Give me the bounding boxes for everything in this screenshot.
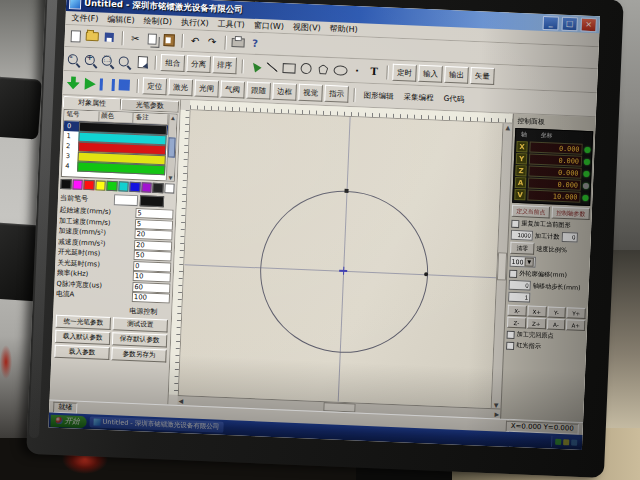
line-tool-icon[interactable] [264,60,280,75]
zoom-in-icon[interactable]: + [84,52,100,67]
offset-field[interactable] [509,280,531,291]
rectangle-tool-icon[interactable] [281,61,297,76]
jog-a-minus-button[interactable]: A- [546,318,565,330]
axis-params-button[interactable]: 控制轴参数 [552,206,590,220]
jog-a-plus-button[interactable]: A+ [566,319,585,331]
count-field[interactable] [561,232,577,243]
indicate-button[interactable]: 指示 [324,85,349,103]
sort-button[interactable]: 排序 [212,56,237,74]
close-button[interactable]: × [580,17,597,32]
circle-tool-icon[interactable] [298,61,314,76]
start-marking-icon[interactable] [83,76,99,91]
tab-graphics-edit[interactable]: 图形编辑 [359,87,398,104]
menu-execute[interactable]: 执行(X) [181,17,209,29]
jog-y-minus-button[interactable]: Y- [547,306,566,318]
download-icon[interactable] [66,76,82,91]
input-button[interactable]: 输入 [418,65,443,83]
stop-icon[interactable] [116,78,132,93]
scroll-down-icon[interactable]: ▼ [168,174,172,180]
scroll-left-icon[interactable]: ◀ [178,397,183,404]
vector-button[interactable]: 矢量 [470,67,495,85]
tray-icon[interactable] [555,438,561,444]
jog-z-plus-button[interactable]: Z+ [527,318,546,330]
minimize-button[interactable]: _ [542,15,559,30]
jog-x-plus-button[interactable]: X+ [527,306,546,318]
scroll-up-icon[interactable]: ▲ [505,123,510,130]
air-valve-button[interactable]: 气阀 [220,81,245,99]
ellipse-tool-icon[interactable] [332,63,348,78]
palette-color[interactable] [152,183,163,193]
tab-gcode[interactable]: G代码 [439,91,468,107]
redlight-checkbox[interactable] [506,341,514,349]
drawing-canvas[interactable] [179,110,503,408]
circle-node-top[interactable] [345,189,349,193]
output-button[interactable]: 输出 [444,66,469,84]
menu-draw[interactable]: 绘制(D) [143,15,172,27]
jog-x-minus-button[interactable]: X- [507,305,526,317]
point-tool-icon[interactable]: · [349,63,365,78]
palette-color[interactable] [60,179,71,189]
cut-icon[interactable]: ✂ [127,31,143,46]
unify-pen-params-button[interactable]: 统一光笔参数 [56,314,111,329]
scroll-thumb[interactable] [168,137,176,157]
text-tool-icon[interactable]: T [366,64,382,79]
zoom-out-icon[interactable]: - [67,52,83,67]
tab-object-properties[interactable]: 对象属性 [63,96,121,110]
repeat-checkbox[interactable] [511,219,519,227]
pan-view-icon[interactable] [134,54,150,69]
zoom-all-icon[interactable] [117,54,133,69]
new-file-icon[interactable] [67,29,83,44]
offset-checkbox[interactable] [509,269,517,277]
load-default-params-button[interactable]: 载入默认参数 [55,329,110,344]
laser-button[interactable]: 激光 [168,78,193,96]
open-file-icon[interactable] [84,29,100,44]
menu-tools[interactable]: 工具(T) [217,18,245,30]
step-field[interactable] [508,292,530,303]
palette-color[interactable] [106,181,117,191]
help-icon[interactable]: ? [247,36,263,51]
test-settings-button[interactable]: 测试设置 [113,317,168,332]
follow-button[interactable]: 跟随 [246,82,271,100]
menu-help[interactable]: 帮助(H) [329,23,358,35]
jog-z-minus-button[interactable]: Z- [507,317,526,329]
vision-button[interactable]: 视觉 [298,84,323,102]
palette-color[interactable] [129,182,140,192]
shutter-button[interactable]: 光闸 [194,79,219,97]
tray-icon[interactable] [563,439,569,445]
undo-icon[interactable]: ↶ [187,34,203,49]
paste-icon[interactable] [161,33,177,48]
redo-icon[interactable]: ↷ [204,34,220,49]
tab-capture-program[interactable]: 采集编程 [399,89,438,106]
pause-icon[interactable] [99,77,115,92]
print-icon[interactable] [230,35,246,50]
palette-color[interactable] [95,180,106,190]
set-current-point-button[interactable]: 定义当前点 [512,205,550,219]
pen-table-scrollbar[interactable]: ▲ ▼ [166,114,177,180]
border-button[interactable]: 边框 [272,83,297,101]
current-pen-field[interactable] [114,194,138,206]
load-params-button[interactable]: 载入参数 [54,344,109,359]
start-button[interactable]: 开始 [50,414,86,427]
zoom-fit-icon[interactable]: ⬚ [101,53,117,68]
palette-color[interactable] [83,180,94,190]
save-file-icon[interactable] [101,30,117,45]
ungroup-button[interactable]: 分离 [186,55,211,73]
palette-color[interactable] [164,183,175,193]
copy-icon[interactable] [144,32,160,47]
maximize-button[interactable]: □ [561,16,578,31]
select-tool-icon[interactable] [247,59,263,74]
position-button[interactable]: 定位 [142,77,167,95]
taskbar-task-item[interactable]: Untitled - 深圳市铭镭激光设备有限公司 [89,416,223,433]
timing-button[interactable]: 定时 [392,64,417,82]
scroll-up-icon[interactable]: ▲ [171,114,175,120]
repeat-count-field[interactable] [511,230,533,241]
speed-ratio-select[interactable]: 100 ▼ [509,256,535,268]
clear-count-button[interactable]: 清零 [510,242,534,255]
param-input-current[interactable] [132,292,170,304]
palette-color[interactable] [72,179,83,189]
menu-file[interactable]: 文件(F) [71,12,98,24]
menu-view[interactable]: 视图(V) [293,21,321,33]
save-default-params-button[interactable]: 保存默认参数 [112,332,167,347]
tab-pen-parameters[interactable]: 光笔参数 [121,98,179,112]
tray-icon[interactable] [571,439,577,445]
